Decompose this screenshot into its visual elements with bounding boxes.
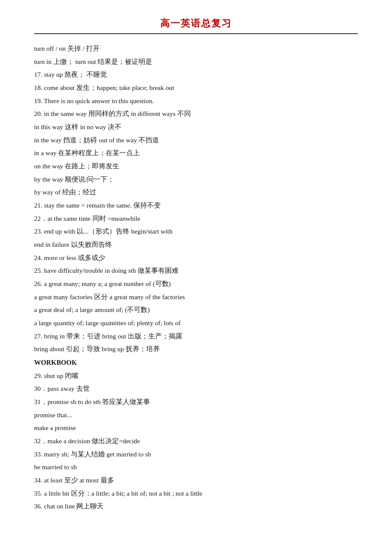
content-line-line10: on the way 在路上；即将发生 xyxy=(34,160,358,173)
title-divider xyxy=(34,33,358,34)
content-line-line34: 34. at least 至少 at most 最多 xyxy=(34,474,358,487)
content-line-line11: by the way 顺便说/问一下； xyxy=(34,173,358,186)
content-line-line2: turn in 上缴； turn out 结果是；被证明是 xyxy=(34,56,358,68)
content-line-line30: make a promise xyxy=(34,422,358,434)
content-line-line8: in the way 挡道；妨碍 out of the way 不挡道 xyxy=(34,134,358,147)
content-line-line3: 17. stay up 熬夜； 不睡觉 xyxy=(34,69,358,81)
content-area: turn off / on 关掉 / 打开turn in 上缴； turn ou… xyxy=(34,43,358,513)
content-line-line35: 35. a little bit 区分：a little; a bit; a b… xyxy=(34,488,358,500)
content-line-line7: in this way 这样 in no way 决不 xyxy=(34,121,358,133)
content-line-line19: 26. a great many; many a; a great number… xyxy=(34,278,358,290)
content-line-line18: 25. have difficulty/trouble in doing sth… xyxy=(34,265,358,277)
content-line-line1: turn off / on 关掉 / 打开 xyxy=(34,43,358,55)
page-title: 高一英语总复习 xyxy=(34,17,358,30)
content-line-line5: 19. There is no quick answer to this que… xyxy=(34,95,358,107)
content-line-line26: 29. shut up 闭嘴 xyxy=(34,370,358,382)
content-line-line21: a great deal of; a large amount of; (不可数… xyxy=(34,304,358,316)
content-line-line14: 22．at the same time 同时 =meanwhile xyxy=(34,213,358,225)
content-line-line22: a large quantity of; large quantities of… xyxy=(34,317,358,329)
content-line-line4: 18. come about 发生；happen; take place; br… xyxy=(34,82,358,94)
content-line-line33: be married to sb xyxy=(34,461,358,473)
content-line-line31: 32．make a decision 做出决定=decide xyxy=(34,435,358,447)
content-line-line9: in a way 在某种程度上；在某一点上 xyxy=(34,147,358,159)
content-line-line6: 20. in the same way 用同样的方式 in different … xyxy=(34,108,358,120)
content-line-line36: 36. chat on line 网上聊天 xyxy=(34,500,358,513)
content-line-line20: a great many factories 区分 a great many o… xyxy=(34,291,358,303)
content-line-line24: bring about 引起；导致 bring up 抚养；培养 xyxy=(34,343,358,355)
content-line-line15: 23. end up with 以...（形式）告终 begin/start w… xyxy=(34,225,358,238)
content-line-line16: end in failure 以失败而告终 xyxy=(34,239,358,251)
content-line-line25: WORKBOOK xyxy=(34,356,358,369)
content-line-line13: 21. stay the same = remain the same. 保持不… xyxy=(34,199,358,212)
content-line-line23: 27. bring in 带来；引进 bring out 出版；生产；揭露 xyxy=(34,330,358,343)
content-line-line32: 33. marry sb; 与某人结婚 get married to sb xyxy=(34,448,358,461)
content-line-line12: by way of 经由；经过 xyxy=(34,186,358,199)
content-line-line29: promise that... xyxy=(34,409,358,421)
content-line-line28: 31．promise sb to do sth 答应某人做某事 xyxy=(34,396,358,408)
content-line-line27: 30．pass away 去世 xyxy=(34,383,358,395)
content-line-line17: 24. more or less 或多或少 xyxy=(34,252,358,264)
